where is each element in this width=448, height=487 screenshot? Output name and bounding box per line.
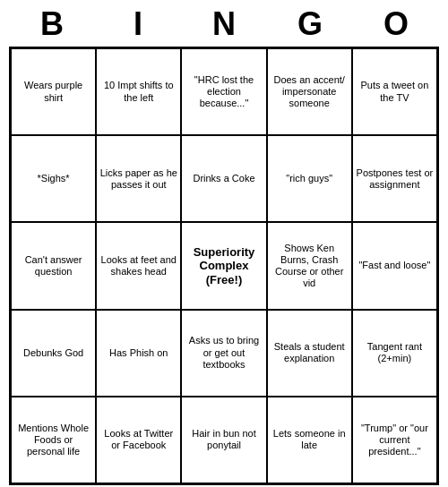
bingo-cell-3: Does an accent/ impersonate someone [267,48,352,135]
bingo-cell-0: Wears purple shirt [11,48,96,135]
bingo-cell-20: Mentions Whole Foods or personal life [11,397,96,483]
bingo-cell-5: *Sighs* [11,135,96,222]
bingo-grid: Wears purple shirt10 Impt shifts to the … [9,47,439,485]
bingo-cell-22: Hair in bun not ponytail [181,397,266,483]
bingo-cell-23: Lets someone in late [267,397,352,483]
title-g: G [271,5,349,43]
bingo-cell-16: Has Phish on [96,310,181,397]
bingo-cell-17: Asks us to bring or get out textbooks [181,310,266,397]
bingo-cell-21: Looks at Twitter or Facebook [96,397,181,483]
title-n: N [185,5,263,43]
bingo-cell-8: "rich guys" [267,135,352,222]
bingo-cell-7: Drinks a Coke [181,135,266,222]
bingo-cell-11: Looks at feet and shakes head [96,222,181,309]
bingo-cell-13: Shows Ken Burns, Crash Course or other v… [267,222,352,309]
bingo-cell-2: "HRC lost the election because..." [181,48,266,135]
bingo-cell-9: Postpones test or assignment [352,135,437,222]
title-b: B [13,5,91,43]
bingo-title: B I N G O [9,0,439,47]
bingo-cell-6: Licks paper as he passes it out [96,135,181,222]
bingo-cell-4: Puts a tweet on the TV [352,48,437,135]
bingo-cell-14: "Fast and loose" [352,222,437,309]
title-o: O [357,5,435,43]
bingo-cell-1: 10 Impt shifts to the left [96,48,181,135]
bingo-cell-24: "Trump" or "our current president..." [352,397,437,483]
title-i: I [99,5,177,43]
bingo-cell-12: Superiority Complex (Free!) [181,222,266,309]
bingo-cell-15: Debunks God [11,310,96,397]
bingo-cell-10: Can't answer question [11,222,96,309]
bingo-cell-19: Tangent rant (2+min) [352,310,437,397]
bingo-cell-18: Steals a student explanation [267,310,352,397]
